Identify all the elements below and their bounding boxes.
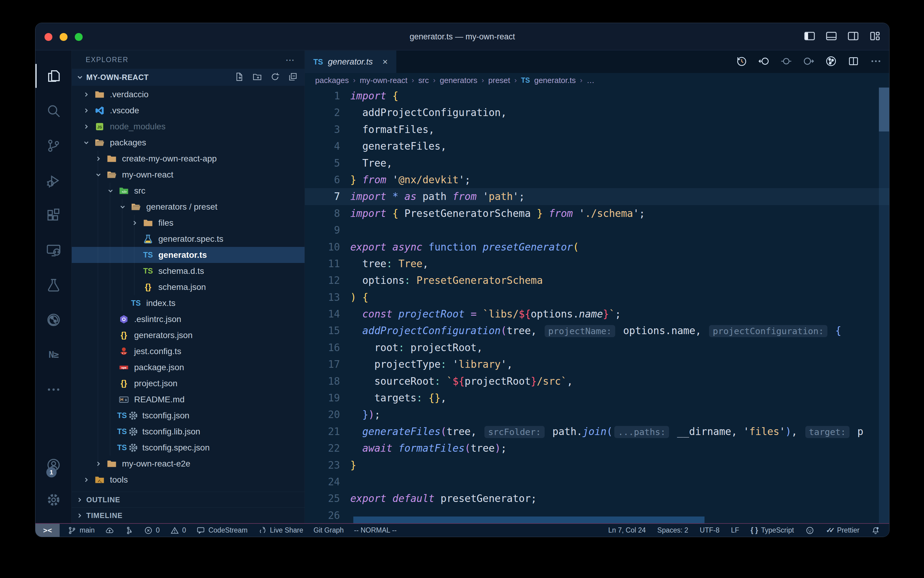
status-encoding[interactable]: UTF-8 xyxy=(700,526,719,534)
customize-layout-icon[interactable] xyxy=(869,30,881,44)
search-icon[interactable] xyxy=(36,93,71,128)
status-errors[interactable]: 0 xyxy=(144,526,160,535)
refresh-icon[interactable] xyxy=(270,72,280,83)
status-eol[interactable]: LF xyxy=(731,526,740,534)
status-prettier[interactable]: ✓✓Prettier xyxy=(826,526,859,534)
eslint-file-icon xyxy=(117,313,131,325)
tree-item[interactable]: tools xyxy=(72,472,304,488)
tree-item[interactable]: JSnode_modules xyxy=(72,119,304,135)
status-indentation[interactable]: Spaces: 2 xyxy=(657,526,688,534)
tree-item[interactable]: my-own-react-e2e xyxy=(72,456,304,472)
tsconfig-file-icon: TS xyxy=(117,409,139,422)
outline-section[interactable]: OUTLINE xyxy=(72,492,304,507)
tree-item[interactable]: TSschema.d.ts xyxy=(72,263,304,279)
explorer-icon[interactable] xyxy=(36,58,71,93)
status-gitlens-commits[interactable] xyxy=(125,526,134,535)
tree-item[interactable]: TStsconfig.spec.json xyxy=(72,440,304,456)
tree-item[interactable]: .vscode xyxy=(72,102,304,119)
remote-explorer-icon[interactable] xyxy=(36,233,71,268)
chevron-down-icon xyxy=(107,187,114,195)
breadcrumb-item[interactable]: src xyxy=(418,76,429,85)
breadcrumb-item[interactable]: my-own-react xyxy=(360,76,407,85)
toggle-sidebar-icon[interactable] xyxy=(803,30,816,44)
tree-item[interactable]: packages xyxy=(72,135,304,151)
remote-indicator[interactable]: >< xyxy=(36,524,60,537)
tree-item[interactable]: </>src xyxy=(72,183,304,199)
tree-item[interactable]: TSindex.ts xyxy=(72,295,304,311)
vertical-scrollbar-thumb[interactable] xyxy=(879,88,889,132)
tree-item[interactable]: TStsconfig.lib.json xyxy=(72,424,304,440)
tree-item[interactable]: my-own-react xyxy=(72,167,304,183)
status-git-graph[interactable]: Git Graph xyxy=(314,526,344,534)
tree-item[interactable]: generator.spec.ts xyxy=(72,231,304,247)
timeline-history-icon[interactable] xyxy=(735,55,748,68)
svg-text:npm: npm xyxy=(121,366,126,369)
new-folder-icon[interactable] xyxy=(252,72,262,83)
breadcrumb-symbol[interactable]: … xyxy=(587,76,595,85)
tree-item-label: tsconfig.lib.json xyxy=(142,427,200,437)
tree-item[interactable]: TSgenerator.ts xyxy=(72,247,304,263)
status-warnings[interactable]: 0 xyxy=(170,526,186,535)
chevron-right-icon xyxy=(83,476,90,484)
explorer-more-icon[interactable]: ⋯ xyxy=(285,55,296,65)
status-codestream[interactable]: CodeStream xyxy=(196,526,248,535)
status-publish[interactable] xyxy=(105,526,114,535)
tree-item[interactable]: {}generators.json xyxy=(72,327,304,343)
navigate-back-icon[interactable] xyxy=(758,55,770,68)
nx-console-icon[interactable]: N≥ xyxy=(36,337,71,372)
tree-item[interactable]: {}project.json xyxy=(72,375,304,391)
split-editor-icon[interactable] xyxy=(847,55,859,68)
tree-item[interactable]: TStsconfig.json xyxy=(72,408,304,424)
testing-icon[interactable] xyxy=(36,268,71,302)
breadcrumb-item[interactable]: packages xyxy=(315,76,349,85)
layout-controls xyxy=(803,23,881,50)
code-editor[interactable]: 1import {2 addProjectConfiguration,3 for… xyxy=(305,88,889,523)
toggle-panel-icon[interactable] xyxy=(825,30,838,44)
status-notifications[interactable] xyxy=(871,526,880,535)
tree-item[interactable]: .eslintrc.json xyxy=(72,311,304,327)
workspace-section-header[interactable]: MY-OWN-REACT xyxy=(72,69,304,86)
code-line: 2 addProjectConfiguration, xyxy=(305,104,889,121)
toggle-secondary-sidebar-icon[interactable] xyxy=(847,30,859,44)
horizontal-scrollbar[interactable] xyxy=(353,516,704,523)
tree-item[interactable]: README.md xyxy=(72,391,304,408)
chevron-right-icon xyxy=(83,107,90,114)
breadcrumb-separator: › xyxy=(482,76,484,84)
settings-gear-icon[interactable] xyxy=(46,482,61,517)
tree-item[interactable]: jest.config.ts xyxy=(72,343,304,359)
tree-item[interactable]: generators / preset xyxy=(72,199,304,215)
more-actions-icon[interactable] xyxy=(870,55,882,68)
run-and-debug-icon[interactable] xyxy=(36,163,71,198)
tree-item[interactable]: {}schema.json xyxy=(72,279,304,295)
status-vim-mode[interactable]: -- NORMAL -- xyxy=(354,526,396,534)
previous-change-icon[interactable] xyxy=(780,55,792,68)
status-git-branch[interactable]: main xyxy=(68,526,95,535)
new-file-icon[interactable] xyxy=(234,72,244,83)
tree-item-label: generator.ts xyxy=(159,250,207,260)
status-language-mode[interactable]: { }TypeScript xyxy=(751,526,794,534)
collapse-folders-icon[interactable] xyxy=(288,72,298,83)
tab-generator-ts[interactable]: TS generator.ts × xyxy=(305,50,396,73)
extensions-icon[interactable] xyxy=(36,198,71,233)
tree-item[interactable]: create-my-own-react-app xyxy=(72,151,304,167)
gitlens-icon[interactable] xyxy=(36,302,71,337)
status-cursor-position[interactable]: Ln 7, Col 24 xyxy=(608,526,646,534)
breadcrumb-file[interactable]: generator.ts xyxy=(534,76,576,85)
next-change-icon[interactable] xyxy=(803,55,815,68)
timeline-section[interactable]: TIMELINE xyxy=(72,507,304,523)
vertical-scrollbar[interactable] xyxy=(879,88,889,523)
breadcrumb-item[interactable]: generators xyxy=(440,76,477,85)
workspace-name: MY-OWN-REACT xyxy=(86,73,149,82)
status-github[interactable] xyxy=(805,526,814,535)
account-icon[interactable]: 1 xyxy=(46,447,61,482)
source-control-icon[interactable] xyxy=(36,128,71,163)
tree-item[interactable]: files xyxy=(72,215,304,231)
git-graph-icon[interactable] xyxy=(825,55,837,68)
status-live-share[interactable]: Live Share xyxy=(258,526,303,535)
breadcrumb-item[interactable]: preset xyxy=(488,76,510,85)
more-views-icon[interactable] xyxy=(36,372,71,407)
close-tab-icon[interactable]: × xyxy=(382,57,388,67)
tree-item[interactable]: .verdaccio xyxy=(72,86,304,102)
tree-item[interactable]: npmpackage.json xyxy=(72,359,304,375)
md-file-icon xyxy=(117,393,131,406)
